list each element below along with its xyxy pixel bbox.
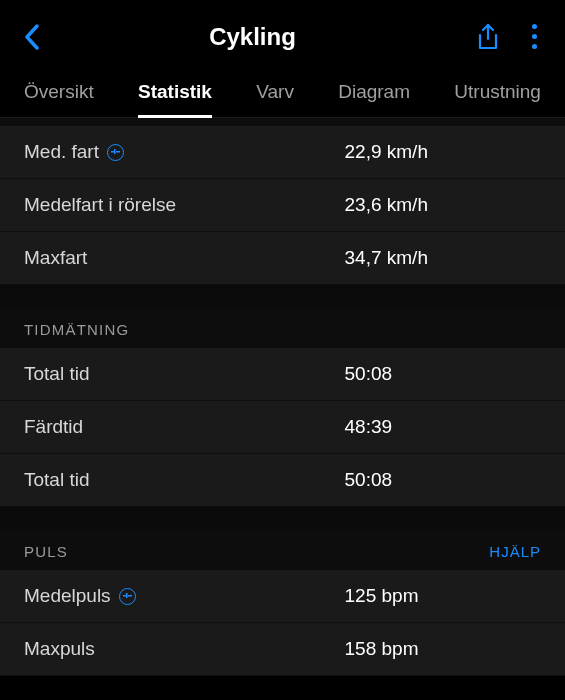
stat-value: 50:08 xyxy=(345,363,541,385)
stat-row: Medelfart i rörelse 23,6 km/h xyxy=(0,179,565,232)
tab-statistik[interactable]: Statistik xyxy=(138,81,212,117)
stat-row: Maxpuls 158 bpm xyxy=(0,623,565,676)
section-header: TIDMÄTNING xyxy=(0,307,565,348)
tab-utrustning[interactable]: Utrustning xyxy=(454,81,541,117)
app-header: Cykling xyxy=(0,0,565,69)
help-link[interactable]: HJÄLP xyxy=(489,543,541,560)
section-title: PULS xyxy=(24,543,68,560)
activity-icon xyxy=(119,588,136,605)
stat-label: Maxfart xyxy=(24,247,87,269)
tab-diagram[interactable]: Diagram xyxy=(338,81,410,117)
section-title: TIDMÄTNING xyxy=(24,321,129,338)
share-icon[interactable] xyxy=(476,23,500,51)
tab-oversikt[interactable]: Översikt xyxy=(24,81,94,117)
stat-value: 23,6 km/h xyxy=(345,194,541,216)
stat-label: Medelpuls xyxy=(24,585,111,607)
pulse-section: PULS HJÄLP Medelpuls 125 bpm Maxpuls 158… xyxy=(0,529,565,676)
page-title: Cykling xyxy=(64,23,441,51)
stat-row: Färdtid 48:39 xyxy=(0,401,565,454)
stat-value: 48:39 xyxy=(345,416,541,438)
more-icon[interactable] xyxy=(528,20,541,53)
stat-value: 50:08 xyxy=(345,469,541,491)
stat-value: 158 bpm xyxy=(345,638,541,660)
stat-row: Total tid 50:08 xyxy=(0,454,565,507)
stat-value: 34,7 km/h xyxy=(345,247,541,269)
stat-row: Maxfart 34,7 km/h xyxy=(0,232,565,285)
activity-icon xyxy=(107,144,124,161)
stat-label: Total tid xyxy=(24,469,89,491)
stat-row: Med. fart 22,9 km/h xyxy=(0,126,565,179)
stat-label: Total tid xyxy=(24,363,89,385)
content: Med. fart 22,9 km/h Medelfart i rörelse … xyxy=(0,118,565,676)
stat-value: 125 bpm xyxy=(345,585,541,607)
tab-bar: Översikt Statistik Varv Diagram Utrustni… xyxy=(0,69,565,118)
stat-label: Medelfart i rörelse xyxy=(24,194,176,216)
section-header: PULS HJÄLP xyxy=(0,529,565,570)
speed-section: Med. fart 22,9 km/h Medelfart i rörelse … xyxy=(0,118,565,285)
timing-section: TIDMÄTNING Total tid 50:08 Färdtid 48:39… xyxy=(0,307,565,507)
stat-row: Total tid 50:08 xyxy=(0,348,565,401)
back-icon[interactable] xyxy=(24,24,40,50)
stat-value: 22,9 km/h xyxy=(345,141,541,163)
stat-label: Med. fart xyxy=(24,141,99,163)
stat-label: Maxpuls xyxy=(24,638,95,660)
stat-row: Medelpuls 125 bpm xyxy=(0,570,565,623)
tab-varv[interactable]: Varv xyxy=(256,81,294,117)
stat-label: Färdtid xyxy=(24,416,83,438)
